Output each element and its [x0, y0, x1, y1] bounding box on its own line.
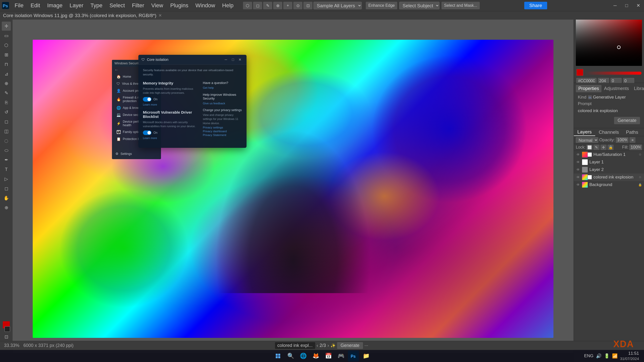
menu-window[interactable]: Window	[192, 2, 219, 9]
tab-libraries[interactable]: Libraries	[631, 85, 644, 92]
battery-icon[interactable]: 🔋	[604, 353, 610, 359]
tool-text[interactable]: T	[2, 165, 11, 174]
lock-image-button[interactable]: ✎	[593, 145, 599, 150]
clock-display[interactable]: 11:51 31/07/2024	[620, 351, 639, 361]
layer-visibility-eye[interactable]: 👁	[576, 152, 580, 157]
opacity-slider[interactable]	[585, 72, 641, 75]
speaker-icon[interactable]: 🔊	[596, 353, 601, 359]
menu-select[interactable]: Select	[106, 2, 128, 9]
menu-layer[interactable]: Layer	[66, 2, 87, 9]
network-icon[interactable]: 📶	[612, 353, 618, 359]
tool-eyedropper[interactable]: ⊿	[2, 69, 11, 78]
tool-dodge[interactable]: ⬭	[2, 146, 11, 155]
get-help-link[interactable]: Get help	[203, 86, 242, 89]
status-more-button[interactable]: ···	[365, 343, 368, 348]
lock-all-button[interactable]: 🔒	[608, 145, 614, 150]
layer-ink-explosion[interactable]: 👁 colored ink explosion ⚙	[574, 173, 644, 181]
tool-brush-tool[interactable]: ✎	[2, 88, 11, 98]
minimize-button[interactable]: ─	[609, 0, 621, 11]
tool-brush[interactable]: ✎	[263, 2, 272, 9]
tab-layers[interactable]: Layers	[574, 128, 595, 136]
tool-lasso-tool[interactable]: ⬡	[2, 41, 11, 50]
layer-background[interactable]: 👁 Background 🔒	[574, 181, 644, 189]
background-color[interactable]	[5, 326, 10, 332]
status-prev-button[interactable]: ‹	[317, 343, 318, 348]
tool-rectangular[interactable]: ▭	[2, 31, 11, 40]
enhance-edge-button[interactable]: Enhance Edge	[366, 2, 397, 9]
tool-pen[interactable]: ✒	[2, 155, 11, 164]
ms-driver-learn-more[interactable]: Learn more	[143, 137, 198, 140]
layer-1[interactable]: 👁 Layer 1	[574, 158, 644, 166]
menu-filter[interactable]: Filter	[128, 2, 148, 9]
tool-extra[interactable]: +	[283, 2, 292, 9]
tool-move[interactable]: ✛	[2, 22, 11, 31]
lock-transparent-button[interactable]: ⬜	[586, 145, 592, 150]
layer-visibility-ink[interactable]: 👁	[576, 175, 580, 179]
menu-type[interactable]: Type	[87, 2, 106, 9]
close-button[interactable]: ✕	[632, 0, 644, 11]
tool-lasso[interactable]: ⬡	[243, 2, 252, 9]
layer-visibility-2[interactable]: 👁	[576, 167, 580, 172]
start-button[interactable]	[272, 350, 284, 361]
taskbar-game[interactable]: 🎮	[335, 350, 346, 361]
share-button[interactable]: Share	[524, 2, 547, 9]
tab-properties[interactable]: Properties	[576, 85, 601, 92]
give-feedback-link[interactable]: Give us feedback	[203, 102, 242, 105]
menu-image[interactable]: Image	[44, 2, 66, 9]
tab-paths[interactable]: Paths	[622, 128, 642, 136]
status-next-button[interactable]: ›	[328, 343, 329, 348]
blend-mode-dropdown[interactable]: Normal	[576, 137, 598, 143]
ci-close-button[interactable]: ✕	[236, 57, 244, 62]
memory-integrity-toggle[interactable]	[143, 97, 151, 102]
menu-plugins[interactable]: Plugins	[167, 2, 192, 9]
privacy-dashboard-link[interactable]: Privacy dashboard	[203, 130, 242, 133]
fill-input[interactable]	[629, 145, 642, 150]
generate-button[interactable]: Generate	[614, 117, 640, 124]
opacity-input[interactable]	[616, 137, 628, 143]
privacy-settings-link[interactable]: Privacy settings	[203, 126, 242, 129]
tool-object-select[interactable]: ⊞	[2, 50, 11, 59]
privacy-statement-link[interactable]: Privacy Statement	[203, 133, 242, 137]
taskbar-files[interactable]: 📁	[360, 350, 372, 361]
taskbar-browser[interactable]: 🌐	[298, 350, 309, 361]
tool-hand[interactable]: ✋	[2, 194, 11, 203]
color-swatch-preview[interactable]	[576, 69, 583, 76]
menu-file[interactable]: File	[11, 2, 27, 9]
tool-polygon[interactable]: ◻	[253, 2, 262, 9]
taskbar-search[interactable]: 🔍	[285, 350, 296, 361]
tool-healing[interactable]: ⊕	[2, 79, 11, 88]
taskbar-calendar[interactable]: 📅	[323, 350, 334, 361]
tool-clone[interactable]: ⎘	[2, 98, 11, 107]
maximize-button[interactable]: □	[621, 0, 632, 11]
menu-edit[interactable]: Edit	[27, 2, 44, 9]
tool-zoom[interactable]: ⊕	[2, 203, 11, 212]
menu-help[interactable]: Help	[219, 2, 237, 9]
tool-heal[interactable]: ⊕	[273, 2, 282, 9]
tab-channels[interactable]: Channels	[595, 128, 622, 136]
tool-path-select[interactable]: ▷	[2, 174, 11, 184]
layer-hue-saturation[interactable]: 👁 Hue/Saturation 1 ⚙	[574, 151, 644, 158]
ws-settings-button[interactable]: ⚙ Settings	[112, 150, 161, 157]
tool-crop[interactable]: ⊓	[2, 60, 11, 69]
layer-2[interactable]: 👁 Layer 2	[574, 166, 644, 173]
select-subject-dropdown[interactable]: Select Subject	[399, 2, 439, 9]
filename-close[interactable]: ✕	[158, 13, 162, 18]
tool-history[interactable]: ↺	[2, 108, 11, 117]
ci-minimize-button[interactable]: ─	[222, 57, 229, 62]
tool-eraser[interactable]: ◻	[2, 117, 11, 126]
taskbar-firefox[interactable]: 🦊	[310, 350, 321, 361]
sample-layers-dropdown[interactable]: Sample All Layers	[313, 2, 362, 9]
filename-tab[interactable]: Core isolation Windows 11.jpg @ 33.3% (c…	[3, 13, 162, 18]
tool-extra2[interactable]: ⊙	[293, 2, 302, 9]
tool-extra3[interactable]: ⊡	[303, 2, 312, 9]
language-indicator[interactable]: ENG	[584, 353, 593, 358]
layer-options-hue-sat[interactable]: ⚙	[638, 153, 642, 157]
ms-driver-toggle[interactable]	[143, 130, 151, 135]
taskbar-photoshop[interactable]: Ps	[348, 350, 359, 361]
layers-menu-button[interactable]: ≡	[629, 137, 635, 143]
tool-blur[interactable]: ◌	[2, 136, 11, 145]
quick-mask[interactable]: ⊡	[2, 332, 11, 341]
layer-options-bg[interactable]: 🔒	[638, 183, 642, 187]
memory-integrity-learn-more[interactable]: Learn more	[143, 103, 198, 106]
layer-visibility-bg[interactable]: 👁	[576, 183, 580, 187]
